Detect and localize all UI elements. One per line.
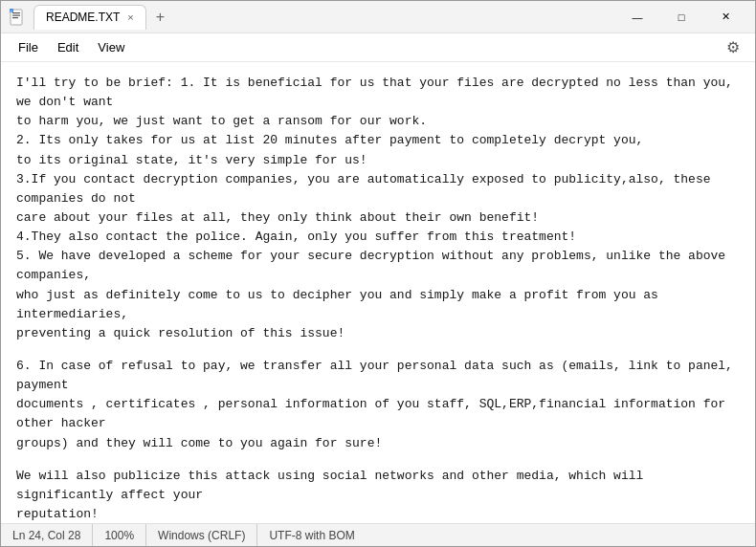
text-line: 3.If you contact decryption companies, y…	[16, 170, 740, 208]
minimize-button[interactable]: —	[615, 1, 659, 33]
text-line: documents , certificates , personal info…	[16, 395, 740, 433]
text-line: reputation!	[16, 505, 740, 523]
paragraph-gap	[16, 343, 740, 357]
add-tab-button[interactable]: +	[150, 9, 170, 26]
menu-bar: File Edit View ⚙	[1, 33, 755, 62]
encoding: UTF-8 with BOM	[257, 524, 366, 546]
text-line: preventing a quick resolution of this is…	[16, 324, 740, 343]
zoom-level: 100%	[93, 524, 146, 546]
close-tab-icon[interactable]: ×	[127, 11, 133, 23]
app-icon: ≡	[9, 9, 26, 26]
line-ending: Windows (CRLF)	[146, 524, 257, 546]
cursor-position: Ln 24, Col 28	[12, 524, 93, 546]
menu-edit[interactable]: Edit	[48, 36, 88, 58]
text-line: 2. Its only takes for us at list 20 minu…	[16, 131, 740, 150]
text-line: 5. We have developed a scheme for your s…	[16, 247, 740, 285]
paragraph-gap	[16, 453, 740, 467]
maximize-button[interactable]: □	[659, 1, 703, 33]
close-button[interactable]: ✕	[703, 1, 747, 33]
settings-icon[interactable]: ⚙	[719, 34, 747, 60]
active-tab[interactable]: README.TXT ×	[33, 5, 146, 30]
status-bar: Ln 24, Col 28 100% Windows (CRLF) UTF-8 …	[1, 523, 755, 546]
text-line: 6. In case of refusal to pay, we transfe…	[16, 357, 740, 395]
menu-view[interactable]: View	[88, 36, 134, 58]
text-line: We will also publicize this attack using…	[16, 467, 740, 505]
menu-file[interactable]: File	[9, 36, 48, 58]
window-controls: — □ ✕	[615, 1, 747, 33]
svg-text:≡: ≡	[11, 9, 12, 12]
text-line: 4.They also contact the police. Again, o…	[16, 228, 740, 247]
tab-title: README.TXT	[46, 11, 120, 24]
text-line: care about your files at all, they only …	[16, 208, 740, 228]
text-line: who just as definitely come to us to dec…	[16, 286, 740, 324]
text-line: groups) and they will come to you again …	[16, 434, 740, 453]
text-content[interactable]: I'll try to be brief: 1. It is beneficia…	[1, 62, 755, 523]
svg-rect-2	[12, 14, 20, 15]
text-line: to harm you, we just want to get a ranso…	[16, 112, 740, 131]
text-line: to its original state, it's very simple …	[16, 151, 740, 170]
text-line: I'll try to be brief: 1. It is beneficia…	[16, 74, 740, 112]
svg-rect-1	[12, 12, 20, 13]
title-bar: ≡ README.TXT × + — □ ✕	[1, 1, 755, 33]
notepad-window: ≡ README.TXT × + — □ ✕ File Edit View ⚙ …	[0, 0, 756, 547]
svg-rect-3	[12, 17, 18, 18]
